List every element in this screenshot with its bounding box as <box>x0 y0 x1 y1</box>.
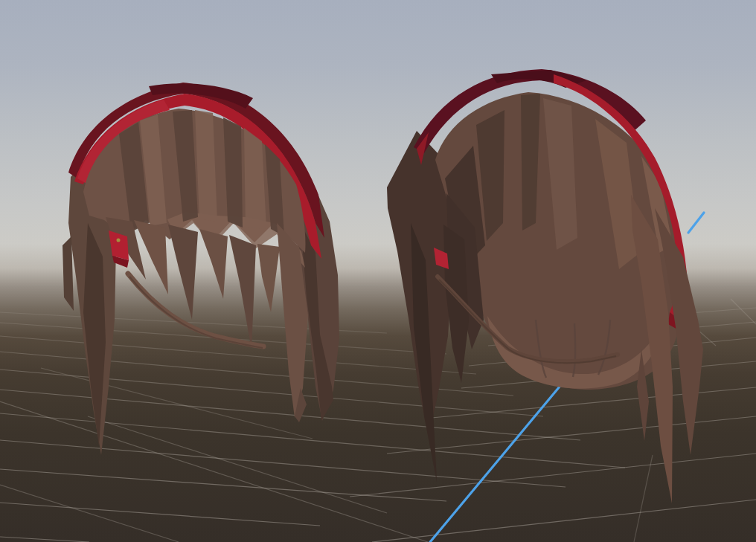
viewport-3d[interactable] <box>0 0 756 542</box>
scene-svg <box>0 0 756 542</box>
clip-fleck <box>117 239 121 242</box>
